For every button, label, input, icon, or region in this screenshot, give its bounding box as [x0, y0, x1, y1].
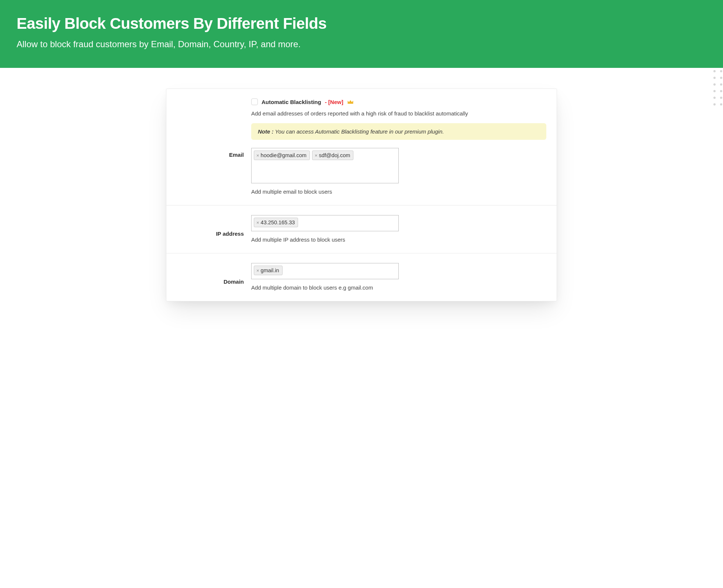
- label-domain: Domain: [166, 263, 251, 291]
- ip-tag-input[interactable]: × 43.250.165.33: [251, 215, 399, 231]
- hero-banner: Easily Block Customers By Different Fiel…: [0, 0, 723, 68]
- email-tag-input[interactable]: × hoodie@gmail.com × sdf@doj.com: [251, 148, 399, 183]
- label-ip: IP address: [166, 215, 251, 243]
- domain-tag[interactable]: × gmail.in: [254, 266, 283, 275]
- note-text: You can access Automatic Blacklisting fe…: [274, 128, 444, 135]
- ip-tag[interactable]: × 43.250.165.33: [254, 218, 298, 227]
- email-tag[interactable]: × hoodie@gmail.com: [254, 151, 310, 160]
- email-tag-value: hoodie@gmail.com: [261, 152, 307, 158]
- content-stage: Email Automatic Blacklisting - [New] Add…: [0, 68, 723, 324]
- auto-blacklist-checkbox[interactable]: [251, 98, 258, 105]
- email-tag[interactable]: × sdf@doj.com: [312, 151, 353, 160]
- decorative-dots: [713, 68, 723, 106]
- auto-blacklist-label: Automatic Blacklisting: [262, 99, 321, 105]
- new-badge: - [New]: [325, 99, 343, 105]
- auto-blacklist-description: Add email addresses of orders reported w…: [251, 110, 546, 117]
- domain-tag-value: gmail.in: [261, 267, 279, 273]
- premium-note: Note : You can access Automatic Blacklis…: [251, 123, 546, 140]
- ip-helper: Add multiple IP address to block users: [251, 236, 546, 243]
- domain-tag-input[interactable]: × gmail.in: [251, 263, 399, 279]
- label-email: Email: [166, 98, 251, 195]
- auto-blacklist-option[interactable]: Automatic Blacklisting - [New]: [251, 98, 546, 105]
- email-tag-value: sdf@doj.com: [319, 152, 350, 158]
- hero-subtitle: Allow to block fraud customers by Email,…: [17, 39, 706, 49]
- ip-tag-value: 43.250.165.33: [261, 219, 295, 225]
- row-domain: Domain × gmail.in Add multiple domain to…: [166, 253, 557, 301]
- domain-helper: Add multiple domain to block users e.g g…: [251, 284, 546, 291]
- hero-title: Easily Block Customers By Different Fiel…: [17, 15, 706, 32]
- row-ip: IP address × 43.250.165.33 Add multiple …: [166, 205, 557, 253]
- row-email: Email Automatic Blacklisting - [New] Add…: [166, 89, 557, 205]
- remove-tag-icon[interactable]: ×: [256, 220, 259, 225]
- remove-tag-icon[interactable]: ×: [315, 153, 318, 158]
- crown-icon: [347, 99, 354, 104]
- remove-tag-icon[interactable]: ×: [256, 153, 259, 158]
- remove-tag-icon[interactable]: ×: [256, 268, 259, 273]
- email-helper: Add multiple email to block users: [251, 188, 546, 195]
- settings-panel: Email Automatic Blacklisting - [New] Add…: [166, 89, 557, 301]
- note-label: Note :: [258, 128, 274, 135]
